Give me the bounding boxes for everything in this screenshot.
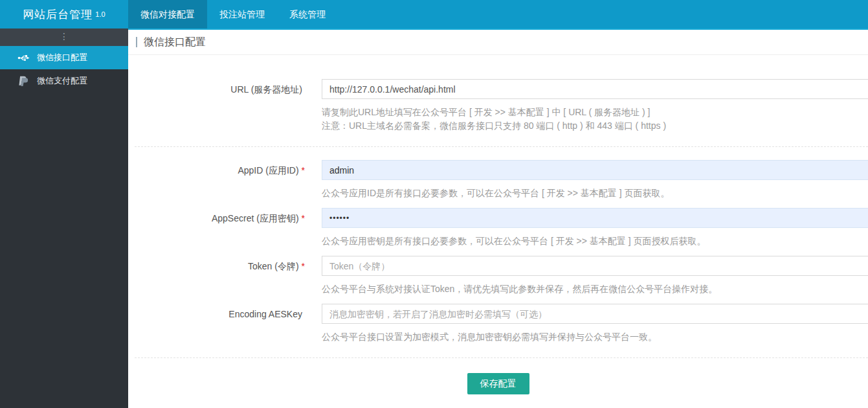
sidebar-collapse-toggle[interactable]: ⋮ [0,28,128,46]
field-label: Encoding AESKey [128,304,322,344]
sidebar-item-label: 微信支付配置 [37,75,87,87]
form-row-aeskey: Encoding AESKey 公众号平台接口设置为加密模式，消息加密密钥必需填… [128,304,868,344]
sidebar-item-wechat-interface[interactable]: 微信接口配置 [0,46,128,69]
form-actions: 保存配置 [128,373,868,394]
section-divider [135,146,868,147]
required-asterisk: * [302,261,305,271]
required-asterisk: * [302,165,305,176]
aeskey-input[interactable] [322,304,868,324]
appid-input[interactable] [322,160,868,180]
main-content: 微信接口配置 URL (服务器地址) 请复制此URL地址填写在公众号平台 [ 开… [128,28,868,408]
save-config-button[interactable]: 保存配置 [467,373,529,394]
tab-betting-station[interactable]: 投注站管理 [207,0,277,28]
wechat-config-form: URL (服务器地址) 请复制此URL地址填写在公众号平台 [ 开发 >> 基本… [128,55,868,394]
app-brand: 网站后台管理 1.0 [0,0,128,28]
sidebar: ⋮ 微信接口配置 [0,28,128,408]
page-title: 微信接口配置 [144,36,206,49]
field-help-note: 注意：URL主域名必需备案，微信服务接口只支持 80 端口 ( http ) 和… [322,119,868,133]
form-row-url: URL (服务器地址) 请复制此URL地址填写在公众号平台 [ 开发 >> 基本… [128,79,868,133]
form-row-token: Token (令牌)* 公众号平台与系统对接认证Token，请优先填写此参数并保… [128,256,868,296]
app-version: 1.0 [95,10,105,18]
tab-wechat-config[interactable]: 微信对接配置 [128,0,207,28]
paypal-icon [17,76,30,87]
title-accent-bar [136,37,137,47]
form-row-appid: AppID (应用ID)* 公众号应用ID是所有接口必要参数，可以在公众号平台 … [128,160,868,200]
field-help: 请复制此URL地址填写在公众号平台 [ 开发 >> 基本配置 ] 中 [ URL… [322,106,868,119]
tab-system[interactable]: 系统管理 [277,0,338,28]
field-label: URL (服务器地址) [128,79,322,133]
top-header: 网站后台管理 1.0 微信对接配置 投注站管理 系统管理 [0,0,868,28]
field-help: 公众号平台与系统对接认证Token，请优先填写此参数并保存，然后再在微信公众号平… [322,282,868,296]
section-divider [135,357,868,358]
url-input[interactable] [322,79,868,99]
field-label: AppSecret (应用密钥)* [128,208,322,248]
field-label: Token (令牌)* [128,256,322,296]
app-title: 网站后台管理 [23,7,93,22]
sidebar-item-wechat-pay[interactable]: 微信支付配置 [0,69,128,93]
sidebar-item-label: 微信接口配置 [37,52,87,63]
token-input[interactable] [322,256,868,276]
appsecret-input[interactable] [322,208,868,228]
field-help: 公众号平台接口设置为加密模式，消息加密密钥必需填写并保持与公众号平台一致。 [322,330,868,344]
top-nav: 微信对接配置 投注站管理 系统管理 [128,0,338,28]
page-header: 微信接口配置 [128,30,868,55]
usb-icon [17,54,30,62]
required-asterisk: * [302,213,305,223]
field-label: AppID (应用ID)* [128,160,322,200]
field-help: 公众号应用密钥是所有接口必要参数，可以在公众号平台 [ 开发 >> 基本配置 ]… [322,234,868,248]
field-help: 公众号应用ID是所有接口必要参数，可以在公众号平台 [ 开发 >> 基本配置 ]… [322,187,868,200]
form-row-appsecret: AppSecret (应用密钥)* 公众号应用密钥是所有接口必要参数，可以在公众… [128,208,868,248]
